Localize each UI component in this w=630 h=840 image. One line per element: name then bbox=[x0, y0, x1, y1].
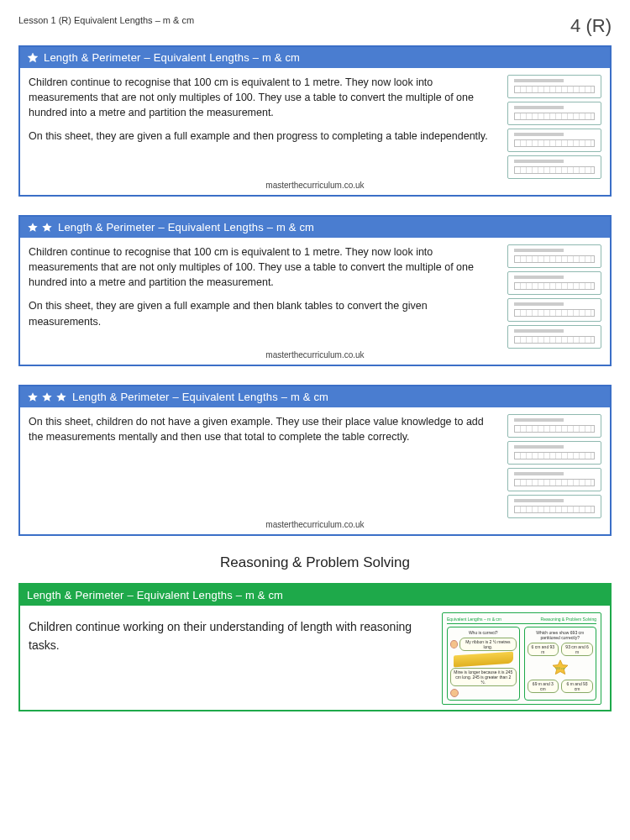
thumb-row bbox=[507, 244, 601, 268]
worksheet-thumbnail bbox=[507, 75, 601, 179]
section-heading: Reasoning & Problem Solving bbox=[18, 554, 612, 571]
paragraph: Children continue working on their under… bbox=[29, 617, 433, 655]
star-rating bbox=[27, 52, 39, 64]
paragraph: Children continue to recognise that 100 … bbox=[29, 244, 499, 290]
star-rating bbox=[27, 222, 53, 234]
thumb-row bbox=[507, 155, 601, 179]
option-bubble: 93 cm and 6 m bbox=[561, 643, 593, 656]
option-bubble: 6 cm and 93 m bbox=[528, 643, 559, 656]
thumb-row bbox=[507, 414, 601, 438]
avatar-icon bbox=[450, 640, 458, 648]
card-description: Children continue to recognise that 100 … bbox=[29, 244, 499, 349]
star-icon bbox=[41, 222, 53, 234]
lesson-title: Lesson 1 (R) Equivalent Lengths – m & cm bbox=[18, 15, 194, 25]
card-title: Length & Perimeter – Equivalent Lengths … bbox=[44, 51, 300, 64]
thumb-row bbox=[507, 271, 601, 295]
card-two-star: Length & Perimeter – Equivalent Lengths … bbox=[18, 215, 612, 366]
thumb-row bbox=[507, 325, 601, 349]
paragraph: On this sheet, they are given a full exa… bbox=[29, 298, 499, 328]
thumb-left-panel: Who is correct? My ribbon is 2 ½ metres … bbox=[447, 627, 520, 701]
reasoning-thumbnail: Equivalent Lengths – m & cm Reasoning & … bbox=[442, 612, 601, 705]
card-description: On this sheet, children do not have a gi… bbox=[29, 414, 499, 518]
card-description: Children continue to recognise that 100 … bbox=[29, 75, 499, 179]
speech-bubble: My ribbon is 2 ½ metres long. bbox=[459, 638, 516, 651]
card-title: Length & Perimeter – Equivalent Lengths … bbox=[27, 589, 283, 601]
star-icon bbox=[41, 391, 53, 403]
card-reasoning: Length & Perimeter – Equivalent Lengths … bbox=[18, 583, 612, 711]
thumb-question: Which ones show 693 cm partitioned corre… bbox=[528, 630, 594, 640]
star-icon bbox=[27, 391, 39, 403]
avatar-icon bbox=[450, 689, 459, 697]
ribbon-icon bbox=[454, 652, 513, 668]
option-bubble: 69 m and 3 cm bbox=[528, 680, 559, 693]
thumb-row bbox=[507, 468, 601, 491]
paragraph: On this sheet, children do not have a gi… bbox=[29, 414, 499, 444]
paragraph: Children continue to recognise that 100 … bbox=[29, 75, 499, 120]
card-footer: masterthecurriculum.co.uk bbox=[20, 520, 610, 534]
option-bubble: 6 m and 93 cm bbox=[561, 680, 593, 693]
star-rating bbox=[27, 391, 67, 403]
svg-text:693 cm: 693 cm bbox=[555, 667, 565, 670]
thumb-row bbox=[507, 441, 601, 465]
card-three-star: Length & Perimeter – Equivalent Lengths … bbox=[18, 385, 612, 536]
thumb-row bbox=[507, 129, 601, 152]
star-icon bbox=[55, 391, 67, 403]
thumb-row bbox=[507, 75, 601, 98]
card-header: Length & Perimeter – Equivalent Lengths … bbox=[20, 47, 610, 68]
card-one-star: Length & Perimeter – Equivalent Lengths … bbox=[18, 45, 612, 197]
card-footer: masterthecurriculum.co.uk bbox=[20, 350, 610, 365]
thumb-row bbox=[507, 102, 601, 125]
thumb-right-panel: Which ones show 693 cm partitioned corre… bbox=[524, 627, 597, 701]
card-footer: masterthecurriculum.co.uk bbox=[20, 181, 610, 195]
card-header: Length & Perimeter – Equivalent Lengths … bbox=[20, 585, 610, 606]
star-icon: 693 cm bbox=[551, 659, 570, 677]
card-title: Length & Perimeter – Equivalent Lengths … bbox=[72, 391, 328, 403]
paragraph: On this sheet, they are given a full exa… bbox=[29, 129, 499, 144]
card-header: Length & Perimeter – Equivalent Lengths … bbox=[20, 217, 610, 238]
thumb-label: Reasoning & Problem Solving bbox=[541, 617, 596, 622]
thumb-label: Equivalent Lengths – m & cm bbox=[447, 617, 501, 622]
worksheet-thumbnail bbox=[507, 414, 601, 518]
star-icon bbox=[27, 52, 39, 64]
thumb-question: Who is correct? bbox=[469, 630, 498, 635]
card-header: Length & Perimeter – Equivalent Lengths … bbox=[20, 386, 610, 407]
card-title: Length & Perimeter – Equivalent Lengths … bbox=[58, 221, 314, 234]
card-description: Children continue working on their under… bbox=[29, 612, 433, 664]
thumb-row bbox=[507, 495, 601, 518]
worksheet-thumbnail bbox=[507, 244, 601, 349]
star-icon bbox=[27, 222, 39, 234]
page-number: 4 (R) bbox=[570, 15, 612, 37]
speech-bubble: Mine is longer because it is 245 cm long… bbox=[450, 668, 517, 686]
thumb-row bbox=[507, 298, 601, 322]
